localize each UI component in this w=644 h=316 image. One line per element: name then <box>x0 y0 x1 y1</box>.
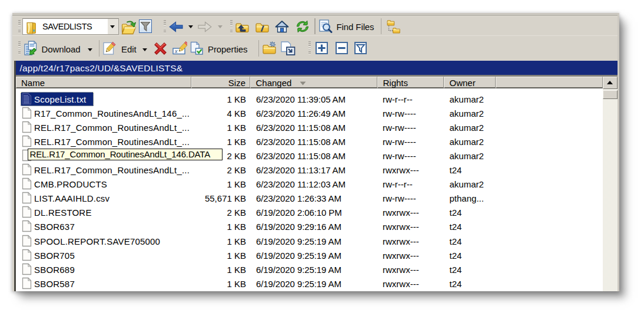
svg-text:x: x <box>174 48 178 54</box>
